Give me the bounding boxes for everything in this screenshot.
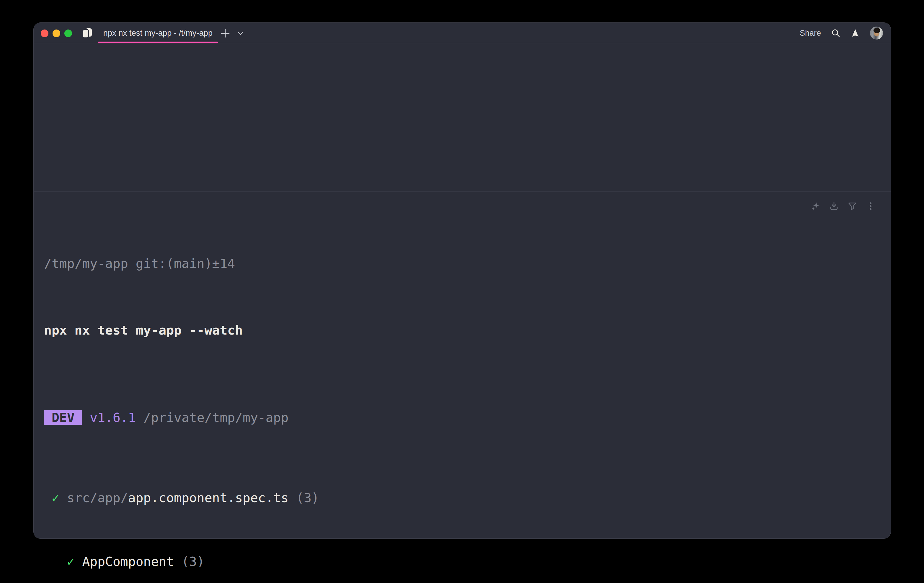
search-icon[interactable] bbox=[831, 28, 840, 38]
prompt-line: /tmp/my-app git:(main)±14 bbox=[44, 255, 880, 272]
check-icon: ✓ bbox=[52, 490, 59, 505]
warp-terminal-window: npx nx test my-app - /t/my-app Share bbox=[33, 22, 891, 539]
terminal-tab[interactable]: npx nx test my-app - /t/my-app bbox=[98, 23, 218, 43]
test-file-count: (3) bbox=[296, 490, 319, 505]
dev-badge: DEV bbox=[44, 410, 82, 425]
warp-logo-icon[interactable] bbox=[850, 28, 860, 38]
terminal-output: /tmp/my-app git:(main)±14 npx nx test my… bbox=[44, 208, 880, 583]
new-tab-button[interactable] bbox=[219, 28, 231, 39]
vitest-header-line: DEVv1.6.1/private/tmp/my-app bbox=[44, 410, 880, 425]
close-window-button[interactable] bbox=[41, 30, 48, 37]
command-line: npx nx test my-app --watch bbox=[44, 322, 880, 338]
titlebar-right-controls: Share bbox=[800, 23, 883, 43]
vitest-cwd: /private/tmp/my-app bbox=[144, 410, 289, 425]
block-divider bbox=[34, 191, 891, 192]
test-suite-name: AppComponent bbox=[82, 554, 174, 569]
title-bar: npx nx test my-app - /t/my-app Share bbox=[34, 23, 891, 43]
test-file-dir: src/app/ bbox=[67, 490, 128, 505]
test-file-line: ✓src/app/app.component.spec.ts(3) bbox=[44, 490, 880, 506]
minimize-window-button[interactable] bbox=[53, 30, 60, 37]
test-suite-line: ✓AppComponent(3) bbox=[44, 553, 880, 570]
test-suite-count: (3) bbox=[182, 554, 205, 569]
active-tab-indicator bbox=[98, 41, 218, 43]
tab-overview-icon[interactable] bbox=[82, 28, 93, 38]
zoom-window-button[interactable] bbox=[64, 30, 72, 37]
check-icon: ✓ bbox=[67, 554, 75, 569]
traffic-lights bbox=[41, 30, 72, 37]
chevron-down-icon[interactable] bbox=[236, 30, 245, 37]
test-file-name: app.component.spec.ts bbox=[128, 490, 289, 505]
user-avatar[interactable] bbox=[870, 26, 883, 40]
tab-title: npx nx test my-app - /t/my-app bbox=[98, 23, 218, 43]
vitest-version: v1.6.1 bbox=[90, 410, 135, 425]
share-button[interactable]: Share bbox=[800, 29, 821, 38]
